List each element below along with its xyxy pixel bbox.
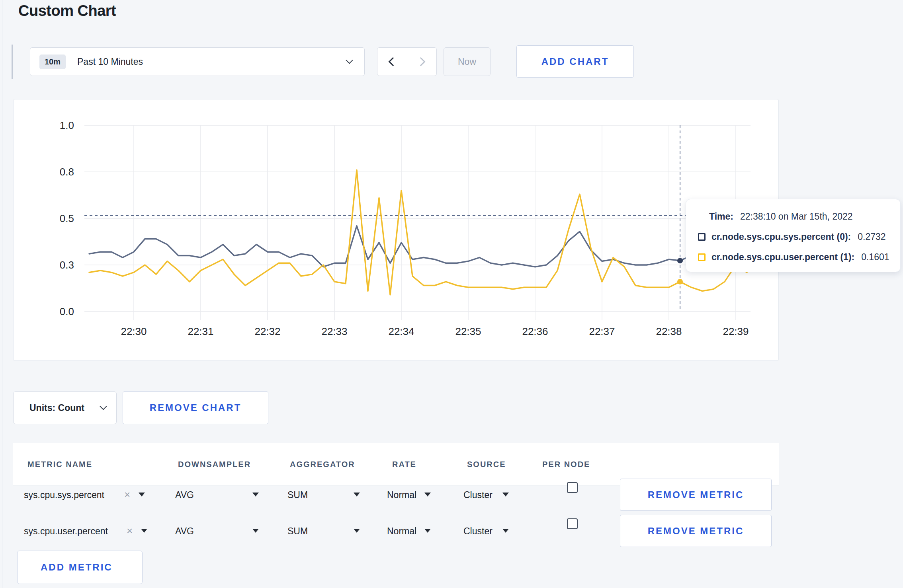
col-aggregator: AGGREGATOR (290, 460, 355, 469)
prev-time-button[interactable] (377, 48, 407, 76)
x-axis-tick-label: 22:39 (723, 325, 749, 337)
per-node-checkbox[interactable] (567, 482, 578, 493)
col-per-node: PER NODE (542, 460, 590, 469)
series-line (89, 226, 747, 267)
x-axis-tick-label: 22:38 (656, 325, 682, 337)
x-axis-tick-label: 22:31 (188, 325, 213, 337)
caret-down-icon (252, 529, 259, 533)
caret-down-icon (424, 493, 431, 496)
tooltip-sys-value: 0.2732 (858, 232, 885, 242)
tooltip-time-value: 22:38:10 on Mar 15th, 2022 (740, 211, 853, 222)
x-axis-tick-label: 22:30 (121, 325, 147, 337)
remove-metric-button[interactable]: REMOVE METRIC (620, 479, 772, 511)
y-axis-tick-label: 1.0 (60, 119, 74, 131)
chevron-right-icon (416, 57, 425, 66)
col-rate: RATE (392, 460, 416, 469)
x-axis-tick-label: 22:32 (254, 325, 280, 337)
units-label: Units: Count (29, 403, 84, 413)
series-line (89, 170, 747, 295)
col-metric-name: METRIC NAME (27, 460, 92, 469)
crosshair-dot (677, 279, 683, 284)
x-icon[interactable]: × (124, 488, 130, 501)
caret-down-icon (424, 529, 431, 533)
col-source: SOURCE (467, 460, 506, 469)
col-downsampler: DOWNSAMPLER (178, 460, 251, 469)
remove-metric-button[interactable]: REMOVE METRIC (620, 515, 772, 547)
x-axis-tick-label: 22:34 (388, 325, 414, 337)
x-axis-tick-label: 22:37 (589, 325, 615, 337)
rate-dropdown[interactable]: Normal (387, 488, 416, 502)
source-dropdown[interactable]: Cluster (463, 488, 493, 502)
caret-down-icon (141, 529, 147, 533)
aggregator-dropdown[interactable]: SUM (287, 488, 308, 502)
tooltip-time-label: Time: (709, 211, 733, 222)
now-button[interactable]: Now (444, 47, 491, 76)
y-axis-tick-label: 0.5 (60, 212, 74, 224)
next-time-button[interactable] (407, 48, 437, 76)
aggregator-dropdown[interactable]: SUM (287, 524, 308, 538)
x-icon[interactable]: × (127, 524, 133, 537)
time-nav-group (377, 47, 437, 76)
add-chart-button[interactable]: ADD CHART (516, 45, 634, 78)
downsampler-dropdown[interactable]: AVG (175, 488, 194, 502)
caret-down-icon (502, 529, 509, 533)
tooltip-user-value: 0.1601 (861, 252, 889, 263)
metric-name-dropdown[interactable]: sys.cpu.user.percent (24, 524, 108, 538)
sys-series-swatch-icon (698, 233, 706, 241)
caret-down-icon (354, 529, 360, 533)
add-metric-button[interactable]: ADD METRIC (17, 551, 143, 584)
crosshair-dot (677, 258, 683, 263)
metric-name-dropdown[interactable]: sys.cpu.sys.percent (24, 488, 104, 502)
source-dropdown[interactable]: Cluster (463, 524, 493, 538)
caret-down-icon (502, 493, 509, 496)
caret-down-icon (354, 493, 360, 496)
time-range-label: Past 10 Minutes (77, 56, 143, 67)
per-node-checkbox[interactable] (567, 518, 578, 529)
chevron-down-icon (100, 403, 107, 410)
page-left-border (2, 0, 2, 588)
caret-down-icon (139, 493, 145, 496)
page-title: Custom Chart (18, 2, 116, 19)
chevron-down-icon (346, 56, 353, 64)
cpu-percent-chart[interactable]: 0.00.30.50.81.022:3022:3122:3222:3322:34… (13, 99, 779, 361)
x-axis-tick-label: 22:35 (455, 325, 481, 337)
y-axis-tick-label: 0.3 (60, 259, 74, 271)
rate-dropdown[interactable]: Normal (387, 524, 416, 538)
x-axis-tick-label: 22:33 (321, 325, 347, 337)
time-range-dropdown[interactable]: 10m Past 10 Minutes (30, 47, 365, 76)
tooltip-sys-label: cr.node.sys.cpu.sys.percent (0): (711, 232, 851, 242)
remove-chart-button[interactable]: REMOVE CHART (123, 391, 268, 424)
time-range-badge: 10m (39, 55, 66, 69)
units-dropdown[interactable]: Units: Count (13, 391, 117, 424)
toolbar-divider (12, 45, 13, 79)
chevron-left-icon (389, 57, 398, 66)
downsampler-dropdown[interactable]: AVG (175, 524, 194, 538)
chart-hover-tooltip: Time: 22:38:10 on Mar 15th, 2022 cr.node… (686, 199, 901, 272)
x-axis-tick-label: 22:36 (522, 325, 548, 337)
caret-down-icon (252, 493, 259, 496)
tooltip-user-label: cr.node.sys.cpu.user.percent (1): (711, 252, 854, 263)
y-axis-tick-label: 0.8 (60, 166, 74, 178)
user-series-swatch-icon (698, 253, 706, 261)
y-axis-tick-label: 0.0 (60, 306, 74, 317)
